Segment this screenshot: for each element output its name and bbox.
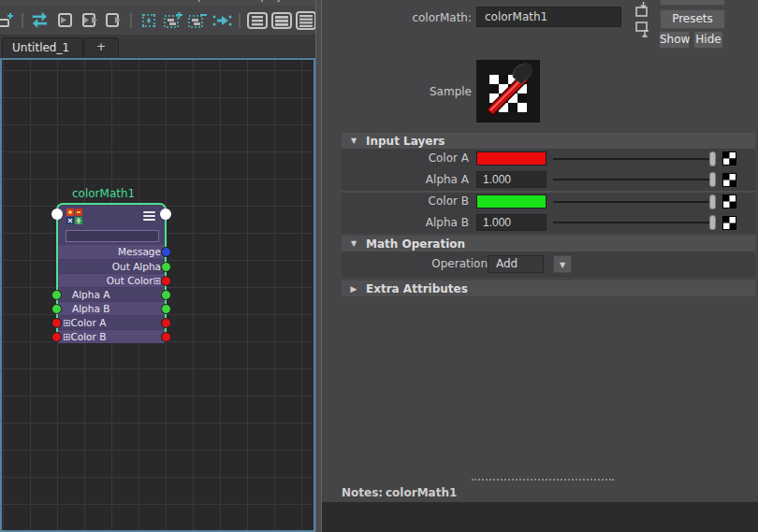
map-texture-button[interactable]: [722, 151, 736, 165]
port-message[interactable]: [161, 247, 171, 257]
color-a-row: Color A: [342, 151, 755, 167]
section-title: Extra Attributes: [366, 282, 468, 295]
node-header[interactable]: [58, 205, 165, 228]
maya-node-editor-window: Edit View Bookmarks Tabs Options Display: [0, 0, 758, 532]
display-connected-mode-icon[interactable]: [270, 9, 294, 32]
alpha-a-label: Alpha A: [357, 173, 469, 186]
port-alpha-a-out[interactable]: [161, 290, 171, 300]
row-divider: [342, 191, 755, 193]
connect-on-drop-icon[interactable]: [210, 9, 234, 32]
row-label: Out Alpha: [112, 260, 161, 274]
operation-label: Operation: [375, 257, 488, 270]
add-node-icon[interactable]: [0, 9, 17, 32]
menu-display[interactable]: Display: [244, 0, 283, 3]
remove-selected-from-graph-icon[interactable]: [185, 9, 210, 32]
port-alpha-a-in[interactable]: [51, 290, 62, 300]
input-connections-icon[interactable]: [52, 9, 77, 32]
show-button[interactable]: Show: [659, 31, 690, 49]
map-texture-button[interactable]: [722, 216, 736, 230]
section-title: Math Operation: [366, 237, 465, 251]
notes-node-name: colorMath1: [386, 486, 457, 499]
port-out-alpha[interactable]: [161, 262, 171, 272]
display-simple-mode-icon[interactable]: [245, 9, 270, 32]
tab-untitled-1[interactable]: Untitled_1: [2, 37, 83, 57]
menu-view[interactable]: View: [38, 0, 63, 3]
port-color-b-out[interactable]: [161, 332, 171, 342]
alpha-a-row: Alpha A: [342, 171, 755, 188]
alpha-b-slider[interactable]: [553, 215, 716, 230]
node-row-color-a: ⊞ Color A: [58, 315, 165, 329]
section-math-operation[interactable]: ▼ Math Operation: [342, 236, 755, 252]
node-editor-toolbar: [0, 6, 315, 36]
hide-button[interactable]: Hide: [693, 31, 723, 49]
port-alpha-b-in[interactable]: [51, 304, 62, 314]
node-row-alpha-a: Alpha A: [58, 287, 165, 301]
port-color-a-out[interactable]: [161, 318, 171, 328]
color-b-label: Color B: [357, 194, 469, 208]
sync-arrows-icon[interactable]: [28, 9, 52, 32]
attribute-editor-pane: colorMath: Focus Presets Show Hide Sampl…: [322, 0, 758, 532]
section-title: Input Layers: [366, 135, 445, 148]
slider-handle[interactable]: [709, 215, 716, 230]
expand-icon[interactable]: ⊞: [63, 330, 70, 344]
node-collapse-dot-left[interactable]: [51, 208, 63, 220]
node-graph-canvas[interactable]: colorMath1 Message: [0, 58, 315, 532]
dropdown-arrow-icon[interactable]: ▼: [553, 255, 572, 273]
sample-swatch[interactable]: [476, 60, 540, 122]
node-collapse-dot-right[interactable]: [160, 208, 171, 220]
slider-handle[interactable]: [709, 151, 716, 166]
color-a-slider[interactable]: [553, 151, 716, 166]
map-texture-button[interactable]: [722, 173, 736, 187]
add-selected-to-graph-icon[interactable]: [161, 9, 185, 32]
node-attribute-rows: Message Out Alpha Out Color ⊞ Alph: [58, 245, 165, 343]
section-extra-attributes[interactable]: ▶ Extra Attributes: [342, 280, 755, 296]
alpha-b-row: Alpha B: [342, 214, 755, 231]
node-row-alpha-b: Alpha B: [58, 301, 165, 315]
menu-options[interactable]: Options: [189, 0, 228, 3]
slider-handle[interactable]: [709, 194, 716, 209]
colormath-node[interactable]: Message Out Alpha Out Color ⊞ Alph: [56, 203, 167, 343]
output-connections-icon[interactable]: [101, 9, 125, 32]
color-b-row: Color B: [342, 194, 755, 210]
node-menu-icon[interactable]: [143, 211, 155, 223]
copy-tab-icon[interactable]: [634, 2, 651, 22]
layout-graph-icon[interactable]: [137, 9, 161, 32]
port-out-color[interactable]: [161, 276, 171, 286]
alpha-a-input[interactable]: [476, 171, 547, 188]
port-color-b-in[interactable]: [51, 332, 62, 342]
menu-edit[interactable]: Edit: [3, 0, 22, 3]
focus-button[interactable]: Focus: [660, 0, 725, 6]
node-row-out-alpha: Out Alpha: [58, 259, 165, 273]
node-name-input[interactable]: [476, 7, 621, 27]
port-color-a-in[interactable]: [51, 318, 62, 328]
alpha-b-input[interactable]: [476, 214, 547, 231]
alpha-a-slider[interactable]: [553, 172, 716, 187]
operation-dropdown[interactable]: Add: [488, 255, 544, 273]
presets-button[interactable]: Presets: [660, 9, 725, 29]
breakout-tab-icon[interactable]: [634, 21, 651, 41]
notes-textarea[interactable]: [322, 502, 758, 532]
slider-handle[interactable]: [709, 172, 716, 187]
map-texture-button[interactable]: [722, 194, 736, 208]
color-b-slider[interactable]: [553, 194, 716, 209]
pane-splitter[interactable]: [315, 0, 322, 532]
add-tab-button[interactable]: +: [83, 37, 119, 57]
color-b-swatch[interactable]: [476, 194, 547, 208]
collapse-arrow-icon: ▼: [342, 137, 366, 145]
row-label: Out Color: [107, 274, 153, 288]
expand-icon[interactable]: ⊞: [153, 274, 161, 288]
color-a-swatch[interactable]: [476, 151, 547, 165]
node-title: colorMath1: [72, 187, 135, 200]
expand-icon[interactable]: ⊞: [63, 316, 70, 330]
node-row-message: Message: [58, 245, 165, 259]
toolbar-separator: [239, 13, 241, 28]
menu-bookmarks[interactable]: Bookmarks: [78, 0, 135, 3]
toolbar-separator: [130, 13, 132, 28]
node-rename-field[interactable]: [66, 230, 159, 242]
notes-resize-handle[interactable]: [472, 479, 614, 481]
input-output-connections-icon[interactable]: [77, 9, 101, 32]
menu-tabs[interactable]: Tabs: [151, 0, 173, 3]
port-alpha-b-out[interactable]: [161, 304, 171, 314]
section-input-layers[interactable]: ▼ Input Layers: [342, 133, 755, 149]
utility-hammer-icon: [476, 60, 540, 122]
